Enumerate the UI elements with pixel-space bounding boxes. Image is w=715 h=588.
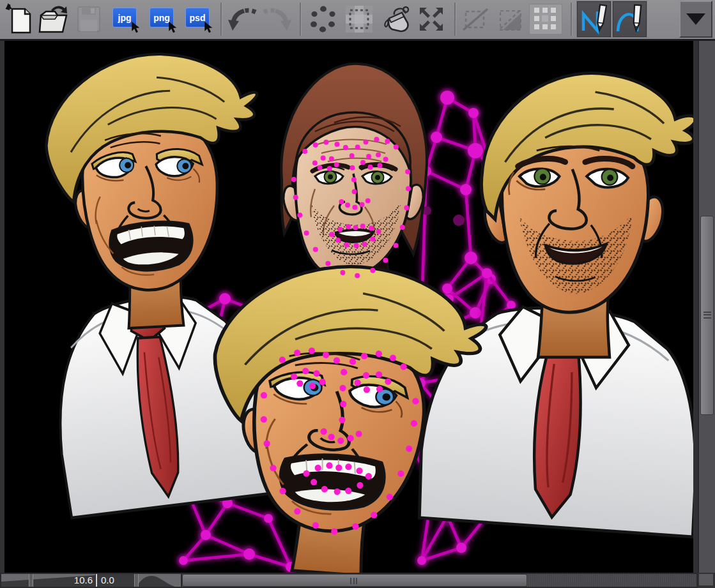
marquee-button[interactable] [344,4,374,34]
toolbar-separator [300,3,301,36]
toolbar-separator [220,3,222,36]
tile-grid-icon [532,6,560,33]
vertical-scrollbar-thumb[interactable] [700,216,714,415]
slider-handle[interactable] [29,574,33,587]
cursor-arrow-icon [204,22,213,33]
polyline-pen-button[interactable] [577,1,611,37]
status-bar: 10.6 0.0 [0,573,715,588]
down-triangle-icon [685,12,707,26]
scrollbar-corner [698,573,715,588]
floppy-disk-icon [75,4,103,34]
softness-slider[interactable]: 0.0 [97,574,181,587]
app-window: { "toolbar": { "export_buttons": [ {"lab… [0,0,715,588]
cursor-arrow-icon [168,22,178,33]
toolbar-separator [571,3,572,36]
polyline-pen-icon [578,3,610,36]
artwork-scene [4,41,693,573]
brush-size-value: 10.6 [74,575,93,586]
vertical-scrollbar[interactable] [698,41,715,573]
horizontal-scrollbar-thumb[interactable] [182,574,527,587]
new-document-button[interactable] [4,3,35,36]
paint-bucket-icon [380,4,411,34]
softness-value: 0.0 [101,575,114,586]
export-jpg-label: jpg [118,13,132,23]
marquee-checker-icon [344,4,374,34]
canvas[interactable] [4,41,693,573]
export-psd-label: psd [190,13,206,23]
cursor-arrow-icon [131,22,141,33]
particles-button[interactable] [308,4,339,34]
curve-pen-icon [614,3,645,36]
dropdown-button[interactable] [679,1,712,38]
undo-button[interactable] [227,5,259,33]
redo-button[interactable] [261,5,293,33]
selection-triangle-button[interactable] [495,5,525,33]
dot-ring-icon [309,5,338,33]
toolbar-separator [454,3,456,36]
curve-pen-button[interactable] [613,1,647,37]
export-png-button[interactable]: png [150,8,174,27]
scrollbar-grip [703,312,711,319]
export-psd-button[interactable]: psd [185,8,210,27]
transform-button[interactable] [415,4,447,34]
scrollbar-grip [350,578,358,584]
toolbar: jpg png psd [0,0,715,41]
selection-grid-button[interactable] [529,4,562,34]
dashed-square-slash-icon [461,6,490,33]
export-png-label: png [153,13,170,23]
selection-slash-button[interactable] [460,5,491,33]
slider-handle[interactable] [134,574,139,587]
expand-arrows-icon [417,4,446,34]
main-area [0,41,715,573]
redo-arrow-icon [261,6,292,33]
fill-button[interactable] [380,4,411,34]
new-page-icon [4,3,34,35]
save-button[interactable] [74,4,104,34]
open-file-button[interactable] [38,3,69,36]
horizontal-scrollbar[interactable] [182,574,696,587]
open-folder-icon [38,3,69,36]
dashed-triangle-icon [495,6,525,33]
export-jpg-button[interactable]: jpg [112,8,137,27]
undo-arrow-icon [227,6,258,33]
brush-size-slider[interactable]: 10.6 [1,574,95,587]
